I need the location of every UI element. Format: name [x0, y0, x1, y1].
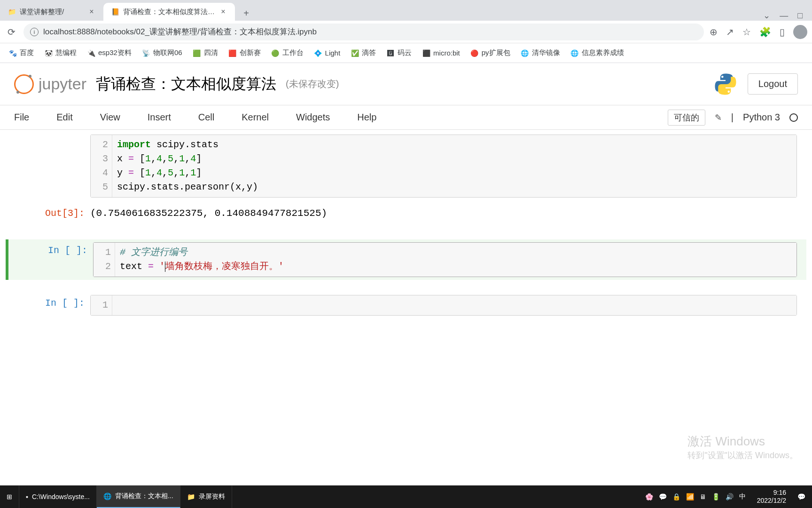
panda-icon: 🐼: [44, 49, 53, 57]
code-content[interactable]: # 文字进行编号 text = '墙角数枝梅，凌寒独自开。': [115, 243, 796, 277]
menu-file[interactable]: File: [14, 112, 29, 123]
zoom-icon[interactable]: ⊕: [710, 26, 718, 38]
iot-icon: 📡: [142, 49, 150, 57]
browser-tab-1[interactable]: 📁 课堂讲解整理/ ×: [0, 3, 103, 21]
minimize-icon[interactable]: —: [780, 11, 788, 21]
output-cell-1: Out[3]: (0.7540616835222375, 0.140884947…: [6, 202, 806, 224]
browser-tab-strip: 📁 课堂讲解整理/ × 📙 背诵检查：文本相似度算法 - Jup × + ⌄ —…: [0, 0, 812, 21]
trust-indicator[interactable]: 可信的: [668, 110, 705, 126]
red-icon: 🟥: [228, 49, 237, 57]
green-icon: 🟩: [193, 49, 201, 57]
task-folder[interactable]: 📁录屏资料: [180, 485, 232, 508]
cell-prompt: In [ ]:: [8, 242, 93, 277]
tray-icon-1[interactable]: 🌸: [645, 493, 653, 500]
code-input[interactable]: 1: [90, 295, 797, 316]
star-icon[interactable]: ☆: [742, 26, 751, 38]
pencil-icon[interactable]: ✎: [715, 112, 722, 123]
close-icon[interactable]: ×: [219, 8, 227, 16]
tab-title: 课堂讲解整理/: [20, 8, 84, 16]
bookmark-xinxi[interactable]: 🌐信息素养成绩: [567, 47, 628, 59]
bookmark-microbit[interactable]: ⬛micro:bit: [418, 47, 464, 59]
notification-icon[interactable]: 💬: [797, 493, 805, 500]
new-tab-button[interactable]: +: [239, 6, 254, 21]
chip-icon: 🔌: [87, 49, 95, 57]
globe-icon: 🌐: [570, 49, 579, 57]
ime-icon[interactable]: 中: [739, 492, 746, 501]
light-icon: 💠: [314, 49, 322, 57]
kernel-status-icon: [789, 113, 798, 122]
folder-icon: 📁: [8, 8, 16, 16]
tray-icon-6[interactable]: 🔋: [712, 493, 720, 500]
gitee-icon: 🅶: [386, 49, 395, 57]
menu-help[interactable]: Help: [357, 112, 376, 123]
code-input[interactable]: 1 2 # 文字进行编号 text = '墙角数枝梅，凌寒独自开。': [93, 242, 797, 277]
unsaved-indicator: (未保存改变): [286, 78, 339, 90]
menu-view[interactable]: View: [100, 112, 120, 123]
restore-icon[interactable]: □: [797, 11, 803, 21]
start-button[interactable]: ⊞: [0, 485, 19, 508]
menu-edit[interactable]: Edit: [56, 112, 72, 123]
line-gutter: 1: [91, 295, 112, 315]
close-icon[interactable]: ×: [87, 8, 96, 16]
bookmark-chuangxin[interactable]: 🟥创新赛: [225, 47, 265, 59]
code-content[interactable]: [112, 295, 796, 315]
logout-button[interactable]: Logout: [748, 73, 798, 95]
svg-point-0: [721, 76, 724, 78]
bookmark-gongzuotai[interactable]: 🟢工作台: [267, 47, 307, 59]
bookmark-esp32[interactable]: 🔌esp32资料: [83, 47, 135, 59]
notebook-title[interactable]: 背诵检查：文本相似度算法: [96, 74, 276, 95]
python-logo-icon: [713, 71, 738, 97]
tab-title: 背诵检查：文本相似度算法 - Jup: [123, 8, 215, 16]
jupyter-header: jupyter 背诵检查：文本相似度算法 (未保存改变) Logout: [0, 63, 812, 105]
line-gutter: 1 2: [94, 243, 115, 277]
bookmark-siqing[interactable]: 🟩四清: [189, 47, 222, 59]
output-prompt: Out[3]:: [6, 205, 90, 222]
panel-icon[interactable]: ▯: [780, 26, 785, 38]
code-cell-1[interactable]: 2 3 4 5 import scipy.stats x = [1,4,5,1,…: [6, 132, 806, 200]
system-tray[interactable]: 🌸 💬 🔒 📶 🖥 🔋 🔊 中 9:16 2022/12/2 💬: [639, 489, 812, 505]
menu-widgets[interactable]: Widgets: [296, 112, 330, 123]
browser-tab-2[interactable]: 📙 背诵检查：文本相似度算法 - Jup ×: [103, 3, 235, 21]
bookmark-wulianwang[interactable]: 📡物联网06: [138, 47, 186, 59]
chevron-down-icon[interactable]: ⌄: [763, 10, 770, 21]
jupyter-brand-text: jupyter: [39, 75, 86, 93]
speaker-icon[interactable]: 🔊: [726, 493, 734, 500]
address-bar: ⟳ i localhost:8888/notebooks/02_课堂讲解整理/背…: [0, 21, 812, 43]
bookmark-light[interactable]: 💠Light: [310, 47, 344, 59]
bookmark-baidu[interactable]: 🐾百度: [5, 47, 38, 59]
extensions-icon[interactable]: 🧩: [759, 26, 771, 38]
bookmark-tsinghua[interactable]: 🌐清华镜像: [517, 47, 564, 59]
tray-icon-5[interactable]: 🖥: [700, 493, 706, 500]
code-input[interactable]: 2 3 4 5 import scipy.stats x = [1,4,5,1,…: [90, 135, 797, 198]
bookmark-dida[interactable]: ✅滴答: [347, 47, 380, 59]
bookmarks-bar: 🐾百度 🐼慧编程 🔌esp32资料 📡物联网06 🟩四清 🟥创新赛 🟢工作台 💠…: [0, 43, 812, 63]
code-cell-2[interactable]: In [ ]: 1 2 # 文字进行编号 text = '墙角数枝梅，凌寒独自开…: [6, 239, 806, 280]
bookmark-mayun[interactable]: 🅶码云: [383, 47, 415, 59]
tray-icon-3[interactable]: 🔒: [672, 493, 680, 500]
reload-button[interactable]: ⟳: [5, 25, 18, 39]
kernel-name[interactable]: Python 3: [743, 112, 780, 123]
bookmark-huibiancheng[interactable]: 🐼慧编程: [40, 47, 80, 59]
teal-icon: 🟢: [271, 49, 280, 57]
info-icon[interactable]: i: [30, 28, 39, 36]
share-icon[interactable]: ↗: [726, 26, 734, 38]
tray-icon-4[interactable]: 📶: [686, 493, 694, 500]
menu-insert[interactable]: Insert: [148, 112, 171, 123]
windows-watermark: 激活 Windows 转到"设置"以激活 Windows。: [687, 433, 798, 461]
code-content[interactable]: import scipy.stats x = [1,4,5,1,4] y = […: [112, 135, 796, 197]
url-input[interactable]: i localhost:8888/notebooks/02_课堂讲解整理/背诵检…: [23, 24, 704, 40]
bookmark-py[interactable]: 🔴py扩展包: [467, 47, 514, 59]
line-gutter: 2 3 4 5: [91, 135, 112, 197]
kernel-separator: |: [731, 112, 734, 123]
menu-cell[interactable]: Cell: [198, 112, 214, 123]
task-chrome[interactable]: 🌐背诵检查：文本相...: [97, 485, 180, 508]
code-cell-3[interactable]: In [ ]: 1: [6, 292, 806, 318]
check-icon: ✅: [351, 49, 359, 57]
globe-icon: 🌐: [521, 49, 529, 57]
task-cmd[interactable]: ▪C:\Windows\syste...: [19, 485, 97, 508]
jupyter-logo[interactable]: jupyter: [14, 74, 86, 94]
tray-icon-2[interactable]: 💬: [659, 493, 667, 500]
avatar[interactable]: [793, 25, 807, 39]
clock[interactable]: 9:16 2022/12/2: [751, 489, 792, 505]
menu-kernel[interactable]: Kernel: [242, 112, 269, 123]
